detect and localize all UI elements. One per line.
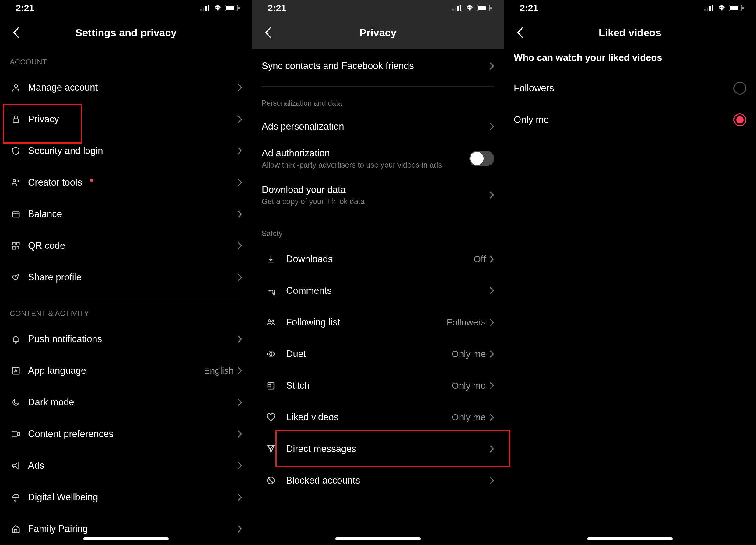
row-qr-code[interactable]: QR code: [0, 230, 252, 262]
download-icon: [262, 255, 280, 264]
row-sublabel: Get a copy of your TikTok data: [262, 197, 489, 206]
screen-settings: 2:21 Settings and privacy ACCOUNT Manage…: [0, 0, 252, 545]
creator-icon: [10, 178, 22, 187]
row-sync-contacts[interactable]: Sync contacts and Facebook friends: [252, 49, 504, 83]
status-bar: 2:21: [252, 0, 504, 16]
chevron-right-icon: [237, 430, 242, 438]
option-only-me[interactable]: Only me: [504, 104, 756, 136]
row-balance[interactable]: Balance: [0, 198, 252, 230]
svg-rect-34: [709, 6, 711, 11]
chevron-right-icon: [237, 179, 242, 187]
back-button[interactable]: [514, 26, 526, 39]
svg-rect-13: [12, 247, 15, 250]
row-liked-videos[interactable]: Liked videos Only me: [252, 401, 504, 433]
chevron-right-icon: [489, 255, 494, 263]
row-content-preferences[interactable]: Content preferences: [0, 418, 252, 450]
screen-privacy: 2:21 Privacy Sync contacts and Facebook …: [252, 0, 504, 545]
row-label: Privacy: [28, 114, 237, 125]
home-indicator[interactable]: [83, 537, 169, 540]
row-label: QR code: [28, 240, 237, 251]
svg-rect-18: [457, 6, 459, 11]
language-icon: [10, 366, 22, 375]
row-share-profile[interactable]: Share profile: [0, 262, 252, 293]
status-time: 2:21: [520, 3, 538, 13]
home-indicator[interactable]: [587, 537, 673, 540]
row-app-language[interactable]: App language English: [0, 355, 252, 386]
chevron-right-icon: [237, 115, 242, 123]
option-followers[interactable]: Followers: [504, 72, 756, 104]
row-label: Following list: [286, 317, 447, 328]
person-icon: [10, 83, 22, 92]
signal-icon: [452, 5, 463, 11]
lock-icon: [10, 115, 22, 124]
row-comments[interactable]: Comments: [252, 275, 504, 306]
chevron-right-icon: [489, 62, 494, 70]
share-icon: [10, 273, 22, 282]
row-manage-account[interactable]: Manage account: [0, 72, 252, 103]
chevron-right-icon: [237, 210, 242, 218]
row-ad-authorization[interactable]: Ad authorization Allow third-party adver…: [252, 140, 504, 177]
svg-rect-6: [238, 7, 240, 9]
row-label: Ad authorization: [262, 148, 469, 159]
option-label: Only me: [514, 114, 733, 125]
row-push-notifications[interactable]: Push notifications: [0, 323, 252, 355]
svg-rect-2: [205, 6, 207, 11]
row-privacy[interactable]: Privacy: [0, 103, 252, 135]
row-value: Only me: [452, 412, 486, 422]
duet-icon: [262, 349, 280, 358]
row-security[interactable]: Security and login: [0, 135, 252, 167]
row-label: Blocked accounts: [286, 475, 489, 486]
wifi-icon: [717, 5, 726, 11]
row-stitch[interactable]: Stitch Only me: [252, 370, 504, 401]
status-time: 2:21: [16, 3, 34, 13]
chevron-left-icon: [12, 26, 19, 39]
row-label: Downloads: [286, 254, 474, 265]
row-label: Creator tools: [28, 177, 237, 188]
row-following-list[interactable]: Following list Followers: [252, 306, 504, 338]
video-icon: [10, 429, 22, 438]
svg-rect-11: [12, 243, 15, 245]
svg-point-27: [272, 320, 274, 322]
row-creator-tools[interactable]: Creator tools: [0, 167, 252, 198]
chevron-left-icon: [516, 26, 523, 39]
status-icons: [452, 4, 492, 12]
row-download-data[interactable]: Download your data Get a copy of your Ti…: [252, 177, 504, 213]
row-blocked-accounts[interactable]: Blocked accounts: [252, 465, 504, 496]
row-downloads[interactable]: Downloads Off: [252, 243, 504, 275]
row-direct-messages[interactable]: Direct messages: [252, 433, 504, 465]
radio-followers[interactable]: [733, 82, 746, 95]
home-indicator[interactable]: [335, 537, 421, 540]
chevron-right-icon: [237, 335, 242, 343]
chevron-right-icon: [237, 462, 242, 470]
row-duet[interactable]: Duet Only me: [252, 338, 504, 370]
row-digital-wellbeing[interactable]: Digital Wellbeing: [0, 481, 252, 513]
back-button[interactable]: [262, 26, 274, 39]
chevron-right-icon: [237, 367, 242, 375]
svg-point-24: [271, 290, 271, 291]
back-button[interactable]: [10, 26, 22, 39]
svg-point-23: [269, 290, 270, 291]
qr-icon: [10, 241, 22, 250]
chevron-right-icon: [489, 123, 494, 131]
section-header-personalization: Personalization and data: [252, 90, 504, 113]
radio-only-me[interactable]: [733, 114, 746, 126]
chevron-right-icon: [489, 445, 494, 453]
row-ads[interactable]: Ads: [0, 450, 252, 481]
row-sublabel: Allow third-party advertisers to use you…: [262, 161, 469, 170]
chevron-right-icon: [489, 287, 494, 295]
row-dark-mode[interactable]: Dark mode: [0, 386, 252, 418]
toggle-ad-authorization[interactable]: [469, 151, 494, 166]
row-label: Comments: [286, 285, 489, 296]
row-value: Followers: [447, 317, 486, 327]
row-value: Off: [474, 254, 486, 264]
page-title: Liked videos: [504, 27, 756, 39]
row-label: App language: [28, 365, 204, 376]
status-bar: 2:21: [0, 0, 252, 16]
row-label: Direct messages: [286, 443, 489, 454]
chevron-right-icon: [237, 525, 242, 533]
row-label: Duet: [286, 348, 452, 359]
row-label: Ads: [28, 460, 237, 471]
row-ads-personalization[interactable]: Ads personalization: [252, 113, 504, 140]
row-label: Family Pairing: [28, 523, 237, 534]
page-title: Settings and privacy: [0, 27, 252, 39]
